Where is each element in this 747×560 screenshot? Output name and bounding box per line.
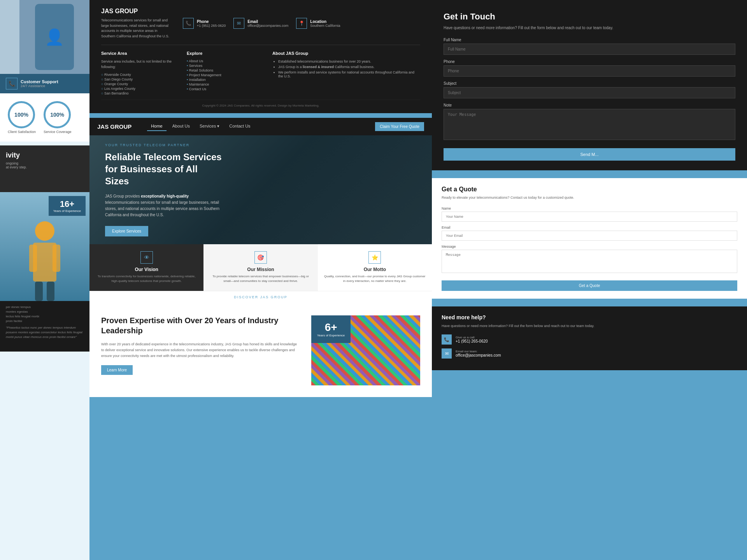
left-top-images: 👤 <box>0 0 89 74</box>
note-label: Note <box>444 103 735 107</box>
quote-name-input[interactable] <box>442 212 737 222</box>
nav-links: Home About Us Services Contact Us <box>147 122 375 131</box>
service-area-desc: Service area includes, but is not limite… <box>101 59 175 70</box>
nav-home[interactable]: Home <box>147 122 166 131</box>
note-field: Note <box>444 103 735 142</box>
list-item: Established telecommunications business … <box>278 59 420 64</box>
expertise-desc: With over 20 years of dedicated experien… <box>101 341 300 359</box>
svg-rect-4 <box>35 282 43 301</box>
footer-col-explore: Explore About Us Services Retail Solutio… <box>187 51 261 96</box>
right-panel: Get in Touch Have questions or need more… <box>432 0 747 560</box>
nav-bar: JAS GROUP Home About Us Services Contact… <box>89 118 432 135</box>
customer-support-sub: 24/7 Assistance <box>21 84 58 88</box>
send-button[interactable]: Send M... <box>444 148 735 161</box>
testimonial-placeholder: per donec tempusmontes egestaslectus fel… <box>6 305 84 324</box>
phone-value: +1 (951) 265-0620 <box>197 24 226 28</box>
list-item[interactable]: Project Management <box>187 73 261 77</box>
footer-top: JAS GROUP Telecommunications services fo… <box>101 8 420 39</box>
full-name-label: Full Name <box>444 38 735 42</box>
list-item[interactable]: Retail Solutions <box>187 68 261 73</box>
hero-title: Reliable Telecom Services for Businesses… <box>105 151 222 187</box>
footer-logo: JAS GROUP <box>101 8 171 15</box>
quote-name-field: Name <box>442 206 737 222</box>
stat-coverage: 100% Service Coverage <box>44 101 72 134</box>
quote-email-label: Email <box>442 226 737 229</box>
motto-desc: Quality, connection, and trust—our promi… <box>324 274 426 284</box>
center-panel: JAS GROUP Telecommunications services fo… <box>89 0 432 560</box>
note-textarea[interactable] <box>444 109 735 140</box>
website-section: JAS GROUP Home About Us Services Contact… <box>89 118 432 397</box>
service-area-title: Service Area <box>101 51 175 56</box>
nav-contact[interactable]: Contact Us <box>225 122 254 131</box>
blue-spacer-1 <box>89 113 432 117</box>
call-icon: 📞 <box>442 334 452 345</box>
location-label: Location <box>310 19 340 24</box>
worker-image: 16+ Years of Experience <box>0 192 89 301</box>
need-help-desc: Have questions or need more information?… <box>442 324 737 329</box>
left-img-person: 👤 <box>19 0 89 74</box>
footer-copyright: Copyright © 2024 JAS Companies. All righ… <box>101 100 420 107</box>
email-contact-label: Email our team: <box>456 350 501 353</box>
get-in-touch-box: Get in Touch Have questions or need more… <box>432 0 747 170</box>
left-panel: 👤 📞 Customer Support 24/7 Assistance 100… <box>0 0 89 560</box>
years-num-2: 6+ <box>317 321 345 334</box>
subject-label: Subject <box>444 81 735 86</box>
quote-message-textarea[interactable] <box>442 250 737 273</box>
nav-logo: JAS GROUP <box>97 123 132 130</box>
get-quote-button[interactable]: Get a Quote <box>442 280 737 291</box>
subject-input[interactable] <box>444 87 735 98</box>
connectivity-title: ivity <box>6 151 84 159</box>
quote-message-label: Message <box>442 245 737 248</box>
full-name-input[interactable] <box>444 44 735 55</box>
location-value: Southern California <box>310 24 340 28</box>
footer-section: JAS GROUP Telecommunications services fo… <box>89 0 432 113</box>
nav-cta-button[interactable]: Claim Your Free Quote <box>375 122 424 131</box>
customer-support-box: 📞 Customer Support 24/7 Assistance <box>0 74 89 93</box>
footer-columns: Service Area Service area includes, but … <box>101 45 420 96</box>
get-quote-box: Get a Quote Ready to elevate your teleco… <box>432 178 747 299</box>
call-text: Give us a call: +1 (951) 265-0620 <box>456 336 488 343</box>
list-item: Riverside County <box>101 72 175 77</box>
email-value: office@jascompanies.com <box>247 24 288 28</box>
list-item[interactable]: Services <box>187 63 261 68</box>
connectivity-box: ivity ongoing at every step. <box>0 145 89 192</box>
years-num: 16+ <box>53 199 81 209</box>
hero-section: YOUR TRUSTED TELECOM PARTNER Reliable Te… <box>89 135 432 244</box>
vision-title: Our Vision <box>135 267 158 272</box>
expertise-title: Proven Expertise with Over 20 Years of I… <box>101 315 300 336</box>
phone-field: Phone <box>444 60 735 77</box>
motto-title: Our Motto <box>364 267 386 272</box>
quote-email-input[interactable] <box>442 231 737 241</box>
list-item[interactable]: Installation <box>187 77 261 82</box>
testimonial-box: per donec tempusmontes egestaslectus fel… <box>0 301 89 352</box>
list-item[interactable]: About Us <box>187 59 261 63</box>
subject-field: Subject <box>444 81 735 98</box>
footer-brand: JAS GROUP Telecommunications services fo… <box>101 8 171 39</box>
phone-label: Phone <box>197 19 226 24</box>
left-img-dark <box>0 0 19 74</box>
learn-more-button[interactable]: Learn More <box>101 365 133 375</box>
list-item[interactable]: Maintenance <box>187 82 261 87</box>
nav-services[interactable]: Services <box>196 122 223 131</box>
list-item[interactable]: Contact Us <box>187 87 261 91</box>
hero-pretitle: YOUR TRUSTED TELECOM PARTNER <box>105 143 222 147</box>
cards-row: 👁 Our Vision To transform connectivity f… <box>89 244 432 291</box>
nav-about[interactable]: About Us <box>168 122 194 131</box>
email-contact-value: office@jascompanies.com <box>456 353 501 357</box>
footer-col-about: About JAS Group Established telecommunic… <box>272 51 420 96</box>
email-label: Email <box>247 19 288 24</box>
email-contact-icon: ✉ <box>442 348 452 359</box>
blue-spacer-right-1 <box>432 174 747 178</box>
get-quote-desc: Ready to elevate your telecommunications… <box>442 195 737 201</box>
explore-services-button[interactable]: Explore Services <box>105 226 148 236</box>
expertise-image: 6+ Years of Experience <box>311 315 420 385</box>
phone-icon: 📞 <box>183 18 194 29</box>
vision-card: 👁 Our Vision To transform connectivity f… <box>89 244 203 291</box>
about-title: About JAS Group <box>272 51 420 56</box>
headset-icon: 📞 <box>6 78 18 89</box>
years-label: Years of Experience <box>53 209 81 213</box>
stats-row: 100% Client Satisfaction 100% Service Co… <box>0 93 89 142</box>
list-item: Orange County <box>101 82 175 86</box>
phone-input[interactable] <box>444 65 735 77</box>
person-icon: 👤 <box>35 4 74 70</box>
